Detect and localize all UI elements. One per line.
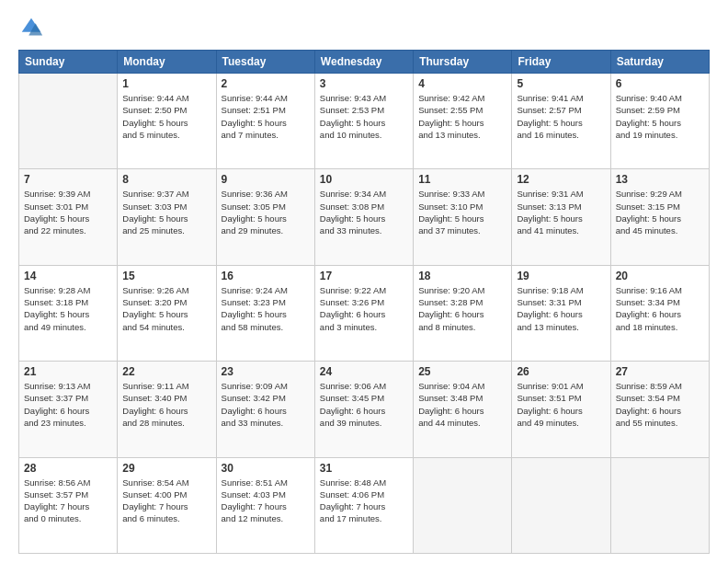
calendar-week-2: 7Sunrise: 9:39 AM Sunset: 3:01 PM Daylig…: [19, 169, 710, 265]
day-number: 21: [24, 365, 112, 378]
calendar-cell: 3Sunrise: 9:43 AM Sunset: 2:53 PM Daylig…: [314, 74, 413, 169]
calendar-cell: 18Sunrise: 9:20 AM Sunset: 3:28 PM Dayli…: [414, 265, 512, 361]
day-info: Sunrise: 9:28 AM Sunset: 3:18 PM Dayligh…: [24, 284, 112, 333]
day-info: Sunrise: 9:22 AM Sunset: 3:26 PM Dayligh…: [320, 284, 408, 333]
calendar-cell: 22Sunrise: 9:11 AM Sunset: 3:40 PM Dayli…: [118, 362, 216, 457]
day-number: 2: [222, 77, 310, 90]
day-info: Sunrise: 9:04 AM Sunset: 3:48 PM Dayligh…: [418, 380, 506, 429]
calendar-cell: 25Sunrise: 9:04 AM Sunset: 3:48 PM Dayli…: [414, 362, 512, 457]
logo: [18, 15, 48, 40]
page: SundayMondayTuesdayWednesdayThursdayFrid…: [0, 0, 728, 563]
day-number: 28: [24, 462, 112, 475]
day-info: Sunrise: 9:33 AM Sunset: 3:10 PM Dayligh…: [418, 188, 506, 236]
day-info: Sunrise: 9:31 AM Sunset: 3:13 PM Dayligh…: [517, 188, 605, 236]
day-info: Sunrise: 9:13 AM Sunset: 3:37 PM Dayligh…: [24, 380, 112, 429]
day-info: Sunrise: 9:16 AM Sunset: 3:34 PM Dayligh…: [616, 284, 704, 333]
calendar-header-row: SundayMondayTuesdayWednesdayThursdayFrid…: [19, 51, 710, 74]
day-number: 20: [616, 270, 704, 282]
calendar-cell: [610, 457, 709, 553]
calendar-cell: 10Sunrise: 9:34 AM Sunset: 3:08 PM Dayli…: [314, 169, 413, 265]
calendar-cell: 30Sunrise: 8:51 AM Sunset: 4:03 PM Dayli…: [216, 457, 314, 553]
calendar-cell: 14Sunrise: 9:28 AM Sunset: 3:18 PM Dayli…: [19, 265, 118, 361]
calendar-cell: 21Sunrise: 9:13 AM Sunset: 3:37 PM Dayli…: [19, 362, 118, 457]
calendar-header-sunday: Sunday: [19, 51, 118, 74]
calendar-cell: 8Sunrise: 9:37 AM Sunset: 3:03 PM Daylig…: [118, 169, 216, 265]
calendar-week-3: 14Sunrise: 9:28 AM Sunset: 3:18 PM Dayli…: [19, 265, 710, 361]
day-number: 13: [616, 173, 704, 186]
calendar-week-5: 28Sunrise: 8:56 AM Sunset: 3:57 PM Dayli…: [19, 457, 710, 553]
day-number: 12: [517, 173, 605, 186]
calendar-cell: 5Sunrise: 9:41 AM Sunset: 2:57 PM Daylig…: [512, 74, 610, 169]
day-number: 22: [122, 365, 210, 378]
day-number: 23: [222, 365, 310, 378]
calendar-cell: [19, 74, 118, 169]
day-number: 4: [418, 77, 506, 90]
day-number: 17: [320, 270, 408, 282]
calendar-cell: 20Sunrise: 9:16 AM Sunset: 3:34 PM Dayli…: [610, 265, 709, 361]
day-info: Sunrise: 9:36 AM Sunset: 3:05 PM Dayligh…: [222, 188, 310, 236]
day-number: 14: [24, 270, 112, 282]
calendar-header-thursday: Thursday: [414, 51, 512, 74]
day-info: Sunrise: 9:29 AM Sunset: 3:15 PM Dayligh…: [616, 188, 704, 236]
day-info: Sunrise: 8:51 AM Sunset: 4:03 PM Dayligh…: [222, 477, 310, 525]
day-info: Sunrise: 8:54 AM Sunset: 4:00 PM Dayligh…: [122, 477, 210, 525]
calendar-cell: 28Sunrise: 8:56 AM Sunset: 3:57 PM Dayli…: [19, 457, 118, 553]
day-number: 11: [418, 173, 506, 186]
calendar-header-saturday: Saturday: [610, 51, 709, 74]
day-info: Sunrise: 9:44 AM Sunset: 2:50 PM Dayligh…: [122, 92, 210, 141]
day-info: Sunrise: 9:41 AM Sunset: 2:57 PM Dayligh…: [517, 92, 605, 141]
day-number: 15: [122, 270, 210, 282]
day-number: 30: [222, 462, 310, 475]
calendar-cell: 23Sunrise: 9:09 AM Sunset: 3:42 PM Dayli…: [216, 362, 314, 457]
day-number: 5: [517, 77, 605, 90]
calendar-cell: 11Sunrise: 9:33 AM Sunset: 3:10 PM Dayli…: [414, 169, 512, 265]
day-info: Sunrise: 9:39 AM Sunset: 3:01 PM Dayligh…: [24, 188, 112, 236]
day-number: 26: [517, 365, 605, 378]
day-number: 16: [222, 270, 310, 282]
day-info: Sunrise: 9:34 AM Sunset: 3:08 PM Dayligh…: [320, 188, 408, 236]
day-info: Sunrise: 9:42 AM Sunset: 2:55 PM Dayligh…: [418, 92, 506, 141]
day-number: 1: [122, 77, 210, 90]
calendar-cell: 17Sunrise: 9:22 AM Sunset: 3:26 PM Dayli…: [314, 265, 413, 361]
day-info: Sunrise: 9:11 AM Sunset: 3:40 PM Dayligh…: [122, 380, 210, 429]
day-number: 31: [320, 462, 408, 475]
calendar-cell: 1Sunrise: 9:44 AM Sunset: 2:50 PM Daylig…: [118, 74, 216, 169]
calendar-cell: [512, 457, 610, 553]
day-number: 6: [616, 77, 704, 90]
calendar-cell: 2Sunrise: 9:44 AM Sunset: 2:51 PM Daylig…: [216, 74, 314, 169]
day-info: Sunrise: 9:44 AM Sunset: 2:51 PM Dayligh…: [222, 92, 310, 141]
day-info: Sunrise: 8:59 AM Sunset: 3:54 PM Dayligh…: [616, 380, 704, 429]
header: [18, 15, 710, 40]
day-number: 29: [122, 462, 210, 475]
day-info: Sunrise: 9:26 AM Sunset: 3:20 PM Dayligh…: [122, 284, 210, 333]
calendar-cell: 19Sunrise: 9:18 AM Sunset: 3:31 PM Dayli…: [512, 265, 610, 361]
calendar-week-4: 21Sunrise: 9:13 AM Sunset: 3:37 PM Dayli…: [19, 362, 710, 457]
day-number: 7: [24, 173, 112, 186]
logo-icon: [18, 15, 44, 40]
calendar-cell: 29Sunrise: 8:54 AM Sunset: 4:00 PM Dayli…: [118, 457, 216, 553]
day-info: Sunrise: 9:43 AM Sunset: 2:53 PM Dayligh…: [320, 92, 408, 141]
day-info: Sunrise: 9:24 AM Sunset: 3:23 PM Dayligh…: [222, 284, 310, 333]
calendar-header-tuesday: Tuesday: [216, 51, 314, 74]
calendar-cell: 24Sunrise: 9:06 AM Sunset: 3:45 PM Dayli…: [314, 362, 413, 457]
day-number: 24: [320, 365, 408, 378]
day-number: 25: [418, 365, 506, 378]
calendar-cell: 15Sunrise: 9:26 AM Sunset: 3:20 PM Dayli…: [118, 265, 216, 361]
day-info: Sunrise: 9:20 AM Sunset: 3:28 PM Dayligh…: [418, 284, 506, 333]
day-info: Sunrise: 8:48 AM Sunset: 4:06 PM Dayligh…: [320, 477, 408, 525]
day-number: 18: [418, 270, 506, 282]
calendar-cell: 4Sunrise: 9:42 AM Sunset: 2:55 PM Daylig…: [414, 74, 512, 169]
day-info: Sunrise: 9:09 AM Sunset: 3:42 PM Dayligh…: [222, 380, 310, 429]
calendar-header-friday: Friday: [512, 51, 610, 74]
day-number: 8: [122, 173, 210, 186]
calendar-cell: [414, 457, 512, 553]
calendar-cell: 26Sunrise: 9:01 AM Sunset: 3:51 PM Dayli…: [512, 362, 610, 457]
calendar-table: SundayMondayTuesdayWednesdayThursdayFrid…: [18, 50, 710, 554]
calendar-cell: 16Sunrise: 9:24 AM Sunset: 3:23 PM Dayli…: [216, 265, 314, 361]
calendar-header-wednesday: Wednesday: [314, 51, 413, 74]
day-info: Sunrise: 8:56 AM Sunset: 3:57 PM Dayligh…: [24, 477, 112, 525]
calendar-week-1: 1Sunrise: 9:44 AM Sunset: 2:50 PM Daylig…: [19, 74, 710, 169]
day-info: Sunrise: 9:06 AM Sunset: 3:45 PM Dayligh…: [320, 380, 408, 429]
day-number: 3: [320, 77, 408, 90]
day-number: 9: [222, 173, 310, 186]
